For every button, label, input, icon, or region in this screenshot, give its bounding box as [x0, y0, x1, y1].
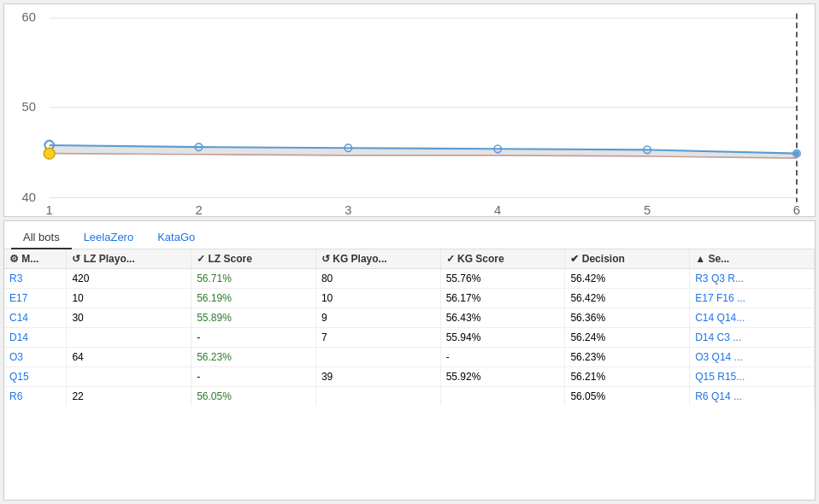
- table-header-row: ⚙ M... ↺ LZ Playo... ✓ LZ Score ↺: [4, 249, 815, 269]
- table-cell: 56.21%: [565, 367, 690, 387]
- table-cell: E17 F16 ...: [690, 289, 815, 308]
- table-cell: R6: [4, 387, 67, 407]
- svg-text:1: 1: [46, 202, 53, 216]
- table-cell: 64: [67, 348, 191, 367]
- table-cell: 80: [315, 269, 440, 289]
- col-header-decision[interactable]: ✔ Decision: [565, 249, 690, 269]
- table-cell: 56.05%: [191, 387, 316, 407]
- svg-text:60: 60: [21, 9, 35, 24]
- table-cell: -: [440, 348, 565, 367]
- tab-katago[interactable]: KataGo: [145, 226, 207, 249]
- table-row: O36456.23%-56.23%O3 Q14 ...: [4, 348, 815, 367]
- table-row: E171056.19%1056.17%56.42%E17 F16 ...: [4, 289, 815, 308]
- table-cell: 56.19%: [191, 289, 316, 308]
- table-cell: 56.42%: [565, 289, 690, 308]
- main-container: 60 50 40 1 2 3 4 5 6: [0, 0, 819, 504]
- table-cell: 56.36%: [565, 308, 690, 328]
- table-cell: D14: [4, 328, 67, 348]
- table-cell: 30: [67, 308, 191, 328]
- table-cell: 56.23%: [191, 348, 316, 367]
- table-cell: Q15 R15...: [690, 367, 815, 387]
- table-cell: 9: [315, 308, 440, 328]
- svg-text:50: 50: [21, 99, 35, 114]
- checkmark-icon: ✔: [570, 253, 579, 265]
- refresh-icon-lz: ↺: [72, 253, 80, 265]
- table-row: D14-755.94%56.24%D14 C3 ...: [4, 328, 815, 348]
- svg-text:5: 5: [644, 202, 651, 216]
- table-cell: D14 C3 ...: [690, 328, 815, 348]
- table-cell: R6 Q14 ...: [690, 387, 815, 407]
- table-cell: O3 Q14 ...: [690, 348, 815, 367]
- tabs-row: All bots LeelaZero KataGo: [4, 221, 815, 249]
- triangle-icon: ▲: [695, 253, 705, 265]
- table-cell: 56.24%: [565, 328, 690, 348]
- table-row: Q15-3955.92%56.21%Q15 R15...: [4, 367, 815, 387]
- table-cell: [315, 348, 440, 367]
- table-cell: C14: [4, 308, 67, 328]
- table-cell: R3: [4, 269, 67, 289]
- table-cell: 56.23%: [565, 348, 690, 367]
- table-cell: [440, 387, 565, 407]
- table-cell: 56.43%: [440, 308, 565, 328]
- table-cell: 55.94%: [440, 328, 565, 348]
- table-cell: -: [191, 328, 316, 348]
- table-cell: -: [191, 367, 316, 387]
- svg-text:6: 6: [793, 202, 800, 216]
- check-icon-kg: ✓: [446, 253, 455, 265]
- table-cell: 420: [67, 269, 191, 289]
- table-cell: 56.42%: [565, 269, 690, 289]
- svg-text:2: 2: [195, 202, 202, 216]
- table-cell: O3: [4, 348, 67, 367]
- col-header-kg-playo[interactable]: ↺ KG Playo...: [315, 249, 440, 269]
- table-cell: [67, 367, 191, 387]
- table-panel: All bots LeelaZero KataGo ⚙ M... ↺ LZ Pl…: [3, 220, 816, 501]
- table-cell: 56.17%: [440, 289, 565, 308]
- table-cell: 10: [67, 289, 191, 308]
- check-icon-lz: ✓: [197, 253, 205, 265]
- svg-text:4: 4: [494, 202, 501, 216]
- col-header-lz-playo[interactable]: ↺ LZ Playo...: [67, 249, 191, 269]
- table-cell: 55.89%: [191, 308, 316, 328]
- gear-icon: ⚙: [9, 253, 19, 265]
- data-table-wrapper[interactable]: ⚙ M... ↺ LZ Playo... ✓ LZ Score ↺: [4, 249, 815, 500]
- chart-panel: 60 50 40 1 2 3 4 5 6: [3, 3, 816, 217]
- col-header-lz-score[interactable]: ✓ LZ Score: [191, 249, 316, 269]
- data-table: ⚙ M... ↺ LZ Playo... ✓ LZ Score ↺: [4, 249, 815, 406]
- table-cell: 39: [315, 367, 440, 387]
- svg-point-21: [794, 150, 799, 155]
- table-cell: 55.92%: [440, 367, 565, 387]
- table-cell: 7: [315, 328, 440, 348]
- table-cell: 10: [315, 289, 440, 308]
- table-row: R62256.05%56.05%R6 Q14 ...: [4, 387, 815, 407]
- table-cell: C14 Q14...: [690, 308, 815, 328]
- col-header-m[interactable]: ⚙ M...: [4, 249, 67, 269]
- table-cell: 22: [67, 387, 191, 407]
- svg-point-20: [44, 148, 55, 159]
- table-cell: E17: [4, 289, 67, 308]
- table-cell: Q15: [4, 367, 67, 387]
- svg-text:3: 3: [345, 202, 351, 216]
- col-header-kg-score[interactable]: ✓ KG Score: [440, 249, 565, 269]
- refresh-icon-kg: ↺: [321, 253, 330, 265]
- svg-text:40: 40: [21, 190, 35, 204]
- table-cell: 56.05%: [565, 387, 690, 407]
- table-cell: 55.76%: [440, 269, 565, 289]
- table-cell: [315, 387, 440, 407]
- table-row: C143055.89%956.43%56.36%C14 Q14...: [4, 308, 815, 328]
- tab-leelazero[interactable]: LeelaZero: [72, 226, 146, 249]
- table-cell: R3 Q3 R...: [690, 269, 815, 289]
- col-header-se[interactable]: ▲ Se...: [690, 249, 815, 269]
- tab-all-bots[interactable]: All bots: [11, 226, 72, 249]
- table-row: R342056.71%8055.76%56.42%R3 Q3 R...: [4, 269, 815, 289]
- table-cell: 56.71%: [191, 269, 316, 289]
- table-cell: [67, 328, 191, 348]
